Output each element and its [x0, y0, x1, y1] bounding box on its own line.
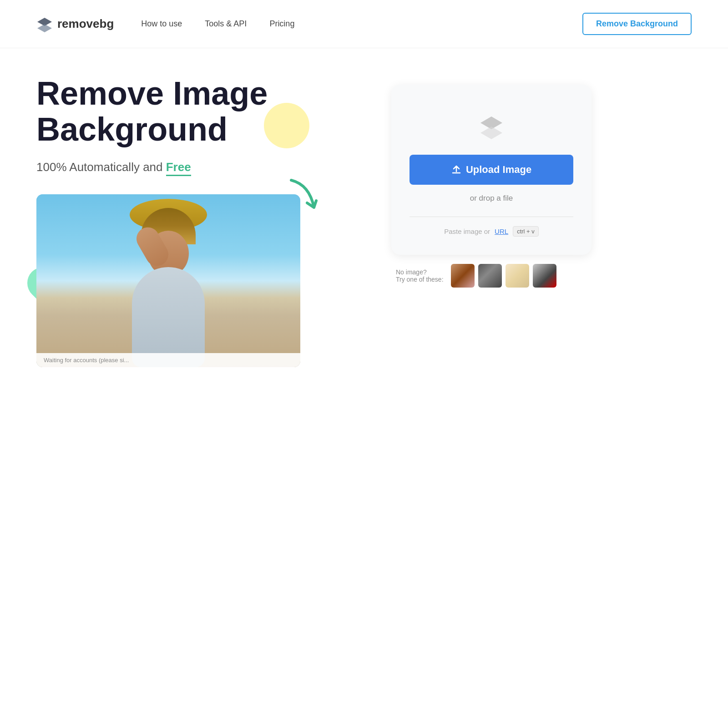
paste-url-link[interactable]: URL: [495, 228, 508, 235]
logo[interactable]: removebg: [36, 16, 114, 32]
paste-area: Paste image or URL ctrl + v: [410, 217, 573, 237]
hero-person-figure: [36, 194, 300, 367]
upload-panel: Upload Image or drop a file Paste image …: [391, 85, 592, 288]
sample-image-2[interactable]: [478, 264, 502, 288]
upload-arrow-icon: [451, 165, 461, 175]
upload-dropzone[interactable]: Upload Image or drop a file Paste image …: [391, 85, 592, 255]
sample-images: [451, 264, 556, 288]
hero-subtitle: 100% Automatically and Free: [36, 160, 355, 174]
nav-how-to-use[interactable]: How to use: [141, 19, 182, 29]
svg-marker-1: [37, 24, 52, 32]
drop-file-text: or drop a file: [470, 194, 513, 203]
upload-layers-icon: [477, 112, 506, 141]
person-body: [132, 267, 205, 367]
arrow-decoration: [282, 176, 328, 223]
hero-title: Remove Image Background: [36, 76, 355, 147]
arrow-icon: [282, 176, 328, 221]
nav-remove-background-button[interactable]: Remove Background: [582, 13, 692, 35]
navbar: removebg How to use Tools & API Pricing …: [0, 0, 728, 48]
nav-links: How to use Tools & API Pricing: [141, 19, 582, 29]
upload-image-button[interactable]: Upload Image: [410, 155, 573, 185]
hero-photo: Waiting for accounts (please si...: [36, 194, 300, 367]
sample-image-1[interactable]: [451, 264, 475, 288]
blob-yellow-decoration: [264, 103, 309, 148]
sample-image-4[interactable]: [533, 264, 556, 288]
sample-image-3[interactable]: [506, 264, 529, 288]
paste-shortcut-kbd: ctrl + v: [513, 226, 539, 237]
paste-label: Paste image or: [444, 228, 490, 235]
loading-status: Waiting for accounts (please si...: [36, 353, 300, 367]
hero-free-text: Free: [166, 160, 191, 176]
hero-section: Remove Image Background 100% Automatical…: [0, 48, 728, 404]
sample-images-row: No image? Try one of these:: [391, 264, 592, 288]
sample-label: No image? Try one of these:: [396, 268, 444, 283]
nav-pricing[interactable]: Pricing: [269, 19, 294, 29]
logo-icon: [36, 16, 53, 32]
nav-tools-api[interactable]: Tools & API: [205, 19, 247, 29]
svg-marker-3: [480, 126, 502, 139]
person-shape: [105, 212, 232, 367]
logo-text: removebg: [57, 17, 114, 31]
